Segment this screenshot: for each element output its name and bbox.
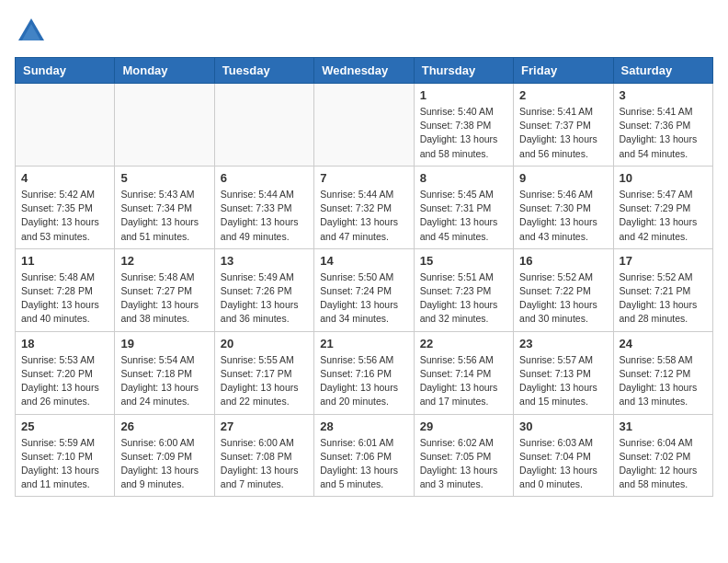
- calendar-week-row: 18Sunrise: 5:53 AMSunset: 7:20 PMDayligh…: [16, 331, 713, 414]
- page-header: [15, 15, 713, 48]
- day-number: 5: [120, 171, 208, 185]
- cell-text: Sunrise: 5:57 AMSunset: 7:13 PMDaylight:…: [519, 353, 607, 409]
- day-number: 28: [320, 419, 407, 433]
- calendar-cell: 4Sunrise: 5:42 AMSunset: 7:35 PMDaylight…: [16, 166, 115, 248]
- calendar-cell: 9Sunrise: 5:46 AMSunset: 7:30 PMDaylight…: [514, 166, 613, 248]
- cell-text: Sunrise: 5:41 AMSunset: 7:36 PMDaylight:…: [620, 105, 707, 161]
- logo: [15, 15, 53, 48]
- weekday-header: Monday: [115, 58, 214, 84]
- weekday-header: Wednesday: [314, 58, 414, 84]
- cell-text: Sunrise: 6:01 AMSunset: 7:06 PMDaylight:…: [320, 436, 407, 492]
- day-number: 31: [620, 419, 707, 433]
- day-number: 3: [620, 88, 707, 102]
- cell-text: Sunrise: 6:00 AMSunset: 7:09 PMDaylight:…: [120, 436, 208, 492]
- day-number: 10: [620, 171, 707, 185]
- calendar-cell: 19Sunrise: 5:54 AMSunset: 7:18 PMDayligh…: [115, 331, 214, 414]
- cell-text: Sunrise: 5:42 AMSunset: 7:35 PMDaylight:…: [21, 188, 108, 244]
- cell-text: Sunrise: 5:56 AMSunset: 7:14 PMDaylight:…: [420, 353, 507, 409]
- calendar-week-row: 4Sunrise: 5:42 AMSunset: 7:35 PMDaylight…: [16, 166, 713, 248]
- day-number: 7: [320, 171, 407, 185]
- cell-text: Sunrise: 6:00 AMSunset: 7:08 PMDaylight:…: [221, 436, 308, 492]
- day-number: 6: [221, 171, 308, 185]
- calendar-cell: 25Sunrise: 5:59 AMSunset: 7:10 PMDayligh…: [16, 414, 115, 497]
- day-number: 19: [120, 337, 208, 350]
- calendar-week-row: 1Sunrise: 5:40 AMSunset: 7:38 PMDaylight…: [16, 84, 713, 167]
- day-number: 13: [221, 254, 308, 268]
- day-number: 17: [620, 254, 707, 268]
- cell-text: Sunrise: 5:41 AMSunset: 7:37 PMDaylight:…: [519, 105, 607, 161]
- calendar-cell: 27Sunrise: 6:00 AMSunset: 7:08 PMDayligh…: [214, 414, 313, 497]
- calendar-cell: 13Sunrise: 5:49 AMSunset: 7:26 PMDayligh…: [214, 248, 313, 331]
- cell-text: Sunrise: 5:54 AMSunset: 7:18 PMDaylight:…: [120, 353, 208, 409]
- cell-text: Sunrise: 5:43 AMSunset: 7:34 PMDaylight:…: [120, 188, 208, 244]
- weekday-header: Sunday: [16, 58, 115, 84]
- cell-text: Sunrise: 5:46 AMSunset: 7:30 PMDaylight:…: [519, 188, 607, 244]
- cell-text: Sunrise: 5:40 AMSunset: 7:38 PMDaylight:…: [420, 105, 507, 161]
- calendar-cell: 17Sunrise: 5:52 AMSunset: 7:21 PMDayligh…: [613, 248, 712, 331]
- calendar-cell: 8Sunrise: 5:45 AMSunset: 7:31 PMDaylight…: [414, 166, 513, 248]
- calendar-week-row: 11Sunrise: 5:48 AMSunset: 7:28 PMDayligh…: [16, 248, 713, 331]
- day-number: 18: [21, 337, 108, 350]
- weekday-header: Thursday: [414, 58, 513, 84]
- calendar-cell: 1Sunrise: 5:40 AMSunset: 7:38 PMDaylight…: [414, 84, 513, 167]
- calendar-cell: 10Sunrise: 5:47 AMSunset: 7:29 PMDayligh…: [613, 166, 712, 248]
- calendar-cell: 22Sunrise: 5:56 AMSunset: 7:14 PMDayligh…: [414, 331, 513, 414]
- cell-text: Sunrise: 6:02 AMSunset: 7:05 PMDaylight:…: [420, 436, 507, 492]
- cell-text: Sunrise: 5:45 AMSunset: 7:31 PMDaylight:…: [420, 188, 507, 244]
- cell-text: Sunrise: 5:55 AMSunset: 7:17 PMDaylight:…: [221, 353, 308, 409]
- cell-text: Sunrise: 5:44 AMSunset: 7:33 PMDaylight:…: [221, 188, 308, 244]
- cell-text: Sunrise: 5:50 AMSunset: 7:24 PMDaylight:…: [320, 270, 407, 327]
- calendar-cell: [214, 84, 313, 167]
- calendar-cell: 14Sunrise: 5:50 AMSunset: 7:24 PMDayligh…: [314, 248, 414, 331]
- weekday-header-row: SundayMondayTuesdayWednesdayThursdayFrid…: [16, 58, 713, 84]
- day-number: 8: [420, 171, 507, 185]
- day-number: 20: [221, 337, 308, 350]
- calendar-table: SundayMondayTuesdayWednesdayThursdayFrid…: [15, 57, 713, 497]
- calendar-cell: 20Sunrise: 5:55 AMSunset: 7:17 PMDayligh…: [214, 331, 313, 414]
- day-number: 11: [21, 254, 108, 268]
- day-number: 27: [221, 419, 308, 433]
- calendar-cell: [16, 84, 115, 167]
- cell-text: Sunrise: 5:47 AMSunset: 7:29 PMDaylight:…: [620, 188, 707, 244]
- calendar-cell: [314, 84, 414, 167]
- calendar-cell: [115, 84, 214, 167]
- calendar-cell: 5Sunrise: 5:43 AMSunset: 7:34 PMDaylight…: [115, 166, 214, 248]
- cell-text: Sunrise: 5:52 AMSunset: 7:22 PMDaylight:…: [519, 270, 607, 327]
- cell-text: Sunrise: 6:03 AMSunset: 7:04 PMDaylight:…: [519, 436, 607, 492]
- day-number: 4: [21, 171, 108, 185]
- cell-text: Sunrise: 5:59 AMSunset: 7:10 PMDaylight:…: [21, 436, 108, 492]
- day-number: 16: [519, 254, 607, 268]
- cell-text: Sunrise: 5:56 AMSunset: 7:16 PMDaylight:…: [320, 353, 407, 409]
- day-number: 25: [21, 419, 108, 433]
- calendar-cell: 6Sunrise: 5:44 AMSunset: 7:33 PMDaylight…: [214, 166, 313, 248]
- calendar-cell: 28Sunrise: 6:01 AMSunset: 7:06 PMDayligh…: [314, 414, 414, 497]
- cell-text: Sunrise: 5:58 AMSunset: 7:12 PMDaylight:…: [620, 353, 707, 409]
- calendar-cell: 11Sunrise: 5:48 AMSunset: 7:28 PMDayligh…: [16, 248, 115, 331]
- calendar-cell: 18Sunrise: 5:53 AMSunset: 7:20 PMDayligh…: [16, 331, 115, 414]
- calendar-cell: 15Sunrise: 5:51 AMSunset: 7:23 PMDayligh…: [414, 248, 513, 331]
- day-number: 30: [519, 419, 607, 433]
- calendar-cell: 21Sunrise: 5:56 AMSunset: 7:16 PMDayligh…: [314, 331, 414, 414]
- cell-text: Sunrise: 5:48 AMSunset: 7:27 PMDaylight:…: [120, 270, 208, 327]
- cell-text: Sunrise: 5:44 AMSunset: 7:32 PMDaylight:…: [320, 188, 407, 244]
- cell-text: Sunrise: 5:52 AMSunset: 7:21 PMDaylight:…: [620, 270, 707, 327]
- calendar-cell: 30Sunrise: 6:03 AMSunset: 7:04 PMDayligh…: [514, 414, 613, 497]
- day-number: 26: [120, 419, 208, 433]
- day-number: 12: [120, 254, 208, 268]
- calendar-cell: 26Sunrise: 6:00 AMSunset: 7:09 PMDayligh…: [115, 414, 214, 497]
- day-number: 24: [620, 337, 707, 350]
- logo-icon: [15, 15, 48, 48]
- calendar-cell: 12Sunrise: 5:48 AMSunset: 7:27 PMDayligh…: [115, 248, 214, 331]
- calendar-cell: 3Sunrise: 5:41 AMSunset: 7:36 PMDaylight…: [613, 84, 712, 167]
- day-number: 14: [320, 254, 407, 268]
- cell-text: Sunrise: 5:51 AMSunset: 7:23 PMDaylight:…: [420, 270, 507, 327]
- cell-text: Sunrise: 5:49 AMSunset: 7:26 PMDaylight:…: [221, 270, 308, 327]
- calendar-cell: 7Sunrise: 5:44 AMSunset: 7:32 PMDaylight…: [314, 166, 414, 248]
- calendar-cell: 23Sunrise: 5:57 AMSunset: 7:13 PMDayligh…: [514, 331, 613, 414]
- day-number: 1: [420, 88, 507, 102]
- day-number: 2: [519, 88, 607, 102]
- cell-text: Sunrise: 5:48 AMSunset: 7:28 PMDaylight:…: [21, 270, 108, 327]
- day-number: 15: [420, 254, 507, 268]
- calendar-cell: 24Sunrise: 5:58 AMSunset: 7:12 PMDayligh…: [613, 331, 712, 414]
- weekday-header: Friday: [514, 58, 613, 84]
